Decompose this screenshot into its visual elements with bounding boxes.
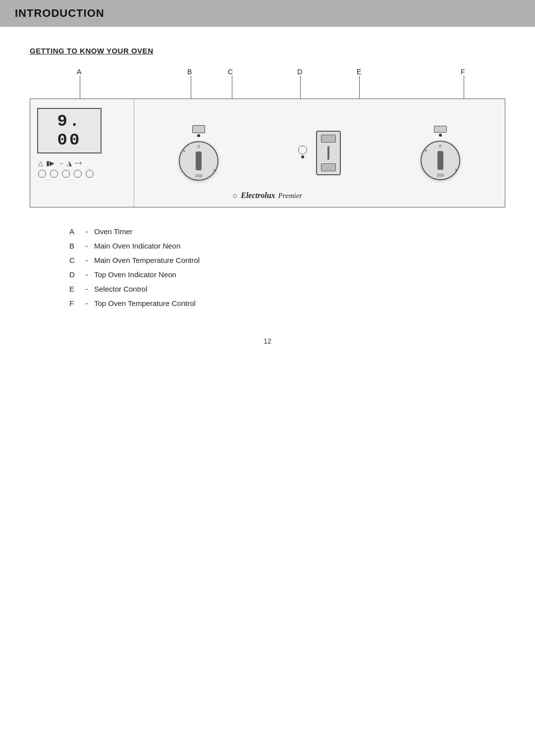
arrow-icon: → (57, 159, 64, 167)
label-a: A (77, 68, 81, 76)
page-title: Introduction (15, 7, 520, 20)
knob-c-top-label: 0 (198, 144, 200, 149)
top-oven-indicator-group (298, 146, 307, 160)
skip-icon: ▮▶ (46, 159, 54, 167)
legend-item-c: C - Main Oven Temperature Control (69, 256, 505, 264)
top-oven-neon-circle (298, 146, 307, 154)
legend-letter-d: D (69, 270, 79, 279)
legend-item-d: D - Top Oven Indicator Neon (69, 270, 505, 279)
selector-control[interactable] (316, 131, 341, 175)
timer-display: 9. 00 (37, 108, 102, 153)
label-e: E (357, 68, 361, 76)
legend-text-a: Oven Timer (94, 227, 133, 236)
labels-row: A B C D E F (30, 64, 505, 99)
top-oven-top-rect (434, 126, 447, 133)
knob-f-bottom-label: 200 (436, 173, 444, 178)
clock-icon: ◮ (67, 159, 72, 167)
legend-letter-b: B (69, 242, 79, 250)
selector-line (327, 146, 329, 160)
legend-item-a: A - Oven Timer (69, 227, 505, 236)
brand-name: Electrolux (241, 191, 275, 200)
connector-e (359, 76, 360, 100)
brand-sub: Premier (278, 192, 303, 200)
legend-text-f: Top Oven Temperature Control (94, 299, 196, 307)
brand-e-icon: ⌂ (233, 192, 237, 200)
knob-c-indicator (196, 151, 202, 170)
main-oven-knob[interactable]: 0 ☀ ☀ 200 (179, 141, 218, 181)
connector-c (232, 76, 232, 100)
knob-f-left-label: ☀ (424, 149, 428, 153)
legend-letter-f: F (69, 299, 79, 307)
legend-dash-c: - (79, 256, 94, 264)
legend-dash-d: - (79, 270, 94, 279)
header-bar: Introduction (0, 0, 535, 27)
legend-text-e: Selector Control (94, 285, 148, 293)
top-oven-temp-dot (439, 134, 442, 137)
legend-dash-b: - (79, 242, 94, 250)
bell-icon: △ (38, 159, 43, 167)
legend-letter-e: E (69, 285, 79, 293)
timer-circle-3 (62, 170, 70, 178)
connector-a (80, 76, 80, 100)
main-oven-top-rect (192, 125, 205, 133)
selector-bottom-rect (321, 163, 336, 171)
top-oven-knob[interactable]: 0 ☀ ☀ 200 (421, 141, 460, 180)
legend-text-d: Top Oven Indicator Neon (94, 270, 176, 279)
knobs-section: 0 ☀ ☀ 200 (134, 99, 505, 207)
timer-section: 9. 00 △ ▮▶ → ◮ −+ (30, 99, 134, 207)
top-oven-knob-group: 0 ☀ ☀ 200 (421, 126, 460, 180)
knob-c-left-label: ☀ (182, 149, 186, 153)
minus-plus-icon: −+ (75, 159, 82, 167)
timer-circle-5 (86, 170, 94, 178)
main-content: Getting to Know Your Oven A B C D E F (0, 27, 535, 365)
connector-f (464, 76, 464, 100)
page-number: 12 (30, 337, 505, 345)
knob-c-bottom-label: 200 (195, 173, 203, 178)
knob-c-right-label: ☀ (213, 168, 216, 173)
legend-dash-e: - (79, 285, 94, 293)
timer-circle-4 (74, 170, 82, 178)
connector-d (300, 76, 301, 100)
knob-f-right-label: ☀ (454, 168, 458, 172)
legend-dash-f: - (79, 299, 94, 307)
oven-panel: 9. 00 △ ▮▶ → ◮ −+ (30, 99, 505, 207)
brand-area: ⌂ Electrolux Premier (233, 191, 302, 200)
legend-item-e: E - Selector Control (69, 285, 505, 293)
selector-group (316, 131, 341, 175)
legend-text-b: Main Oven Indicator Neon (94, 242, 180, 250)
knob-f-indicator (437, 151, 443, 170)
timer-circle-2 (50, 170, 58, 178)
diagram-area: A B C D E F 9. 00 △ (30, 64, 505, 207)
selector-top-rect (321, 135, 336, 143)
timer-circle-1 (38, 170, 46, 178)
legend-letter-c: C (69, 256, 79, 264)
label-b: B (187, 68, 192, 76)
top-oven-neon-dot (301, 155, 304, 158)
label-d: D (297, 68, 302, 76)
connector-b (191, 76, 191, 100)
legend-dash-a: - (79, 227, 94, 236)
timer-circles (37, 170, 94, 178)
legend-item-b: B - Main Oven Indicator Neon (69, 242, 505, 250)
top-oven-indicator (298, 146, 307, 158)
legend-list: A - Oven Timer B - Main Oven Indicator N… (69, 227, 505, 307)
top-oven-selector-group (298, 131, 341, 175)
main-oven-neon-dot (197, 134, 200, 137)
timer-icons: △ ▮▶ → ◮ −+ (37, 159, 82, 167)
legend-text-c: Main Oven Temperature Control (94, 256, 200, 264)
section-title: Getting to Know Your Oven (30, 47, 505, 55)
knob-f-top-label: 0 (439, 144, 441, 149)
label-f: F (461, 68, 465, 76)
legend-letter-a: A (69, 227, 79, 236)
main-oven-indicator (192, 125, 205, 137)
label-c: C (228, 68, 233, 76)
main-oven-group: 0 ☀ ☀ 200 (179, 125, 218, 181)
top-oven-temp-indicator (434, 126, 447, 137)
legend-item-f: F - Top Oven Temperature Control (69, 299, 505, 307)
